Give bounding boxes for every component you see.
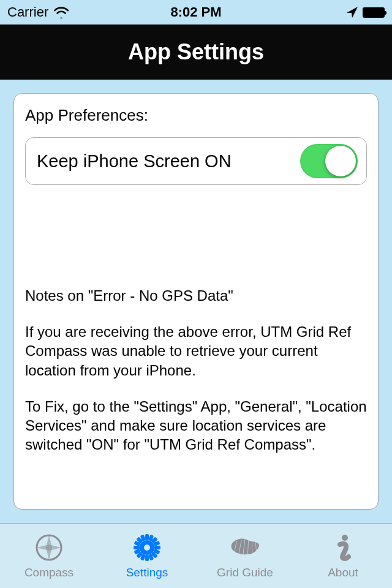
svg-rect-4 (134, 546, 140, 549)
notes-para-2: To Fix, go to the "Settings" App, "Gener… (25, 397, 367, 454)
tab-grid-guide[interactable]: Grid Guide (196, 532, 294, 579)
tab-bar: Compass (0, 523, 392, 588)
carrier-label: Carrier (7, 4, 48, 20)
tab-settings-label: Settings (126, 566, 168, 579)
info-icon (328, 532, 358, 563)
svg-rect-3 (145, 555, 149, 561)
tab-settings[interactable]: Settings (98, 532, 196, 579)
keep-screen-on-row: Keep iPhone Screen ON (25, 137, 367, 185)
status-time: 8:02 PM (133, 4, 258, 20)
location-arrow-icon (345, 6, 359, 19)
svg-point-18 (144, 545, 150, 551)
notes-block: Notes on "Error - No GPS Data" If you ar… (25, 286, 367, 454)
notes-para-1: If you are receiving the above error, UT… (25, 322, 367, 380)
status-left: Carrier (7, 4, 133, 20)
tab-compass-label: Compass (24, 566, 74, 579)
map-icon (230, 532, 260, 563)
keep-screen-on-switch[interactable] (300, 144, 358, 178)
notes-heading: Notes on "Error - No GPS Data" (25, 286, 367, 305)
tab-grid-guide-label: Grid Guide (217, 566, 273, 579)
svg-point-25 (342, 535, 348, 541)
compass-icon (34, 532, 64, 563)
battery-icon (363, 7, 385, 18)
preferences-card: App Preferences: Keep iPhone Screen ON N… (13, 93, 379, 510)
tab-about[interactable]: About (294, 532, 392, 579)
svg-rect-5 (154, 546, 160, 549)
status-right (259, 6, 385, 19)
content-area: App Preferences: Keep iPhone Screen ON N… (0, 80, 392, 523)
gear-icon (132, 532, 162, 563)
switch-knob (325, 146, 356, 176)
tab-about-label: About (328, 566, 358, 579)
keep-screen-on-label: Keep iPhone Screen ON (37, 151, 232, 172)
tab-compass[interactable]: Compass (0, 532, 98, 579)
page-title: App Settings (128, 39, 264, 65)
status-bar: Carrier 8:02 PM (0, 0, 392, 24)
preferences-section-label: App Preferences: (25, 106, 367, 125)
svg-rect-2 (145, 534, 149, 540)
title-bar: App Settings (0, 24, 392, 80)
wifi-icon (53, 6, 69, 18)
